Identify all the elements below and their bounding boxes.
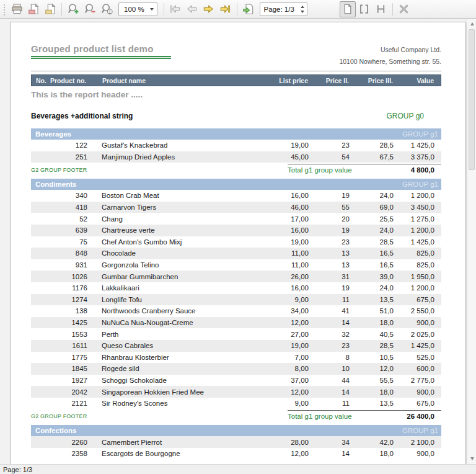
price3-cell: 40,5 (355, 331, 399, 338)
value-cell: 825,0 (399, 261, 441, 269)
company-block: Useful Company Ltd. 10100 Nowhere, Somet… (339, 44, 441, 68)
zoom-in-button[interactable] (65, 1, 81, 17)
first-page-button[interactable] (167, 1, 183, 17)
price2-cell: 11 (314, 296, 355, 303)
group-badge: GROUP g1 (402, 181, 438, 188)
save-report-button[interactable] (42, 1, 58, 17)
product-name-cell: Chang (102, 215, 262, 223)
price3-cell: 25,5 (355, 215, 399, 223)
preview-area: Grouped product list demo Useful Company… (0, 19, 476, 464)
product-name-cell: Carnarvon Tigers (102, 203, 262, 211)
zoom-original-button[interactable]: 1 (99, 1, 115, 17)
list-price-cell: 26,00 (262, 273, 314, 280)
group-total-block: Total g1 group value26 400,0 (288, 410, 441, 420)
price2-cell: 14 (314, 450, 355, 457)
price2-cell: 13 (314, 249, 355, 257)
scroll-up-button[interactable] (467, 19, 476, 29)
group-total-label: Total g1 group value (288, 166, 352, 174)
list-price-cell: 9,00 (262, 400, 314, 407)
toolbar-grip-handle[interactable] (2, 3, 6, 16)
last-page-button[interactable] (218, 1, 234, 17)
table-row: 138Northwoods Cranberry Sauce34,004151,0… (31, 305, 441, 317)
status-page-label: Page: 1/3 (3, 466, 32, 473)
price2-cell: 14 (314, 388, 355, 396)
zoom-select[interactable]: 100 % (118, 2, 157, 16)
print-button[interactable] (9, 1, 25, 17)
product-no-cell: 1553 (31, 331, 87, 338)
column-price2: Price II. (313, 77, 354, 84)
scroll-down-button[interactable] (467, 454, 476, 463)
list-price-cell: 19,00 (262, 141, 314, 149)
list-price-cell: 19,00 (262, 238, 314, 246)
table-row: 251Manjimup Dried Apples45,005467,53 375… (31, 151, 441, 163)
product-name-cell: Manjimup Dried Apples (102, 153, 262, 161)
group-header-band: CondimentsGROUP g1 (31, 179, 441, 190)
list-price-cell: 11,00 (262, 261, 314, 269)
table-row: 1176Lakkalikaari16,001924,01 200,0 (31, 282, 441, 294)
arrow-up-icon (470, 22, 474, 25)
value-cell: 1 425,0 (399, 342, 441, 349)
list-price-cell: 12,00 (262, 450, 314, 457)
table-row: 1611Queso Cabrales19,002328,51 425,0 (31, 340, 441, 352)
value-cell: 2 550,0 (399, 307, 441, 315)
group-header-band: BeveragesGROUP g1 (31, 128, 441, 140)
report-page-header: Grouped product list demo Useful Company… (31, 43, 441, 68)
product-no-cell: 1425 (31, 319, 87, 326)
product-no-cell: 848 (31, 249, 87, 257)
table-row: 1026Gumbar Gummibarchen26,003139,01 950,… (31, 271, 441, 282)
toolbar-separator (61, 3, 62, 16)
previous-page-button[interactable] (184, 1, 200, 17)
vertical-scrollbar[interactable] (467, 19, 476, 464)
facing-pages-view-button[interactable] (356, 1, 372, 17)
price3-cell: 13,5 (355, 400, 399, 407)
value-cell: 600,0 (399, 365, 441, 372)
product-name-cell: Chef Anton's Gumbo Mixj (102, 238, 262, 246)
price2-cell: 54 (314, 153, 355, 161)
product-no-cell: 1927 (31, 377, 87, 384)
value-cell: 1 950,0 (399, 273, 441, 280)
price3-cell: 28,5 (355, 141, 399, 149)
list-price-cell: 45,00 (262, 153, 314, 161)
export-pdf-button[interactable] (25, 1, 42, 17)
status-bar: Page: 1/3 (0, 464, 476, 474)
close-preview-button[interactable] (396, 1, 412, 17)
product-no-cell: 75 (31, 238, 87, 246)
table-row: 1775Rhanbrau Klosterbier7,00810,5525,0 (31, 352, 441, 364)
svg-text:1: 1 (108, 9, 111, 15)
column-no: No. (36, 77, 46, 84)
group-footer: G2 GROUP FOOTERTotal g1 group value4 800… (31, 164, 441, 176)
price2-cell: 41 (314, 307, 355, 315)
group-total-block: Total g1 group value4 800,0 (288, 164, 441, 174)
value-cell: 1 425,0 (399, 141, 441, 149)
table-row: 340Boston Crab Meat16,001924,01 200,0 (31, 190, 441, 202)
value-cell: 900,0 (399, 319, 441, 326)
product-no-cell: 931 (31, 261, 87, 269)
table-row: 639Chartreuse verte16,001924,01 200,0 (31, 225, 441, 236)
spinner-arrows-icon[interactable] (299, 6, 306, 13)
single-page-view-button[interactable] (340, 1, 356, 17)
goto-page-button[interactable] (240, 1, 257, 17)
group-footer-label: G2 GROUP FOOTER (31, 410, 87, 419)
page-spinbox[interactable]: Page: 1/3 (260, 2, 307, 16)
product-name-cell: Sir Rodney's Scones (102, 400, 262, 407)
fit-page-view-button[interactable] (373, 1, 389, 17)
group-header-band: ConfectionsGROUP g1 (31, 425, 441, 436)
scrollbar-thumb[interactable] (469, 29, 475, 170)
price3-cell: 24,0 (355, 226, 399, 234)
value-cell: 2 775,0 (399, 377, 441, 384)
table-row: 1927Schoggi Schokolade37,004455,52 775,0 (31, 375, 441, 387)
product-name-cell: Schoggi Schokolade (102, 377, 262, 384)
product-no-cell: 122 (31, 141, 87, 149)
price2-cell: 19 (314, 284, 355, 292)
company-name: Useful Company Ltd. (339, 44, 441, 56)
price2-cell: 13 (314, 261, 355, 269)
list-price-cell: 16,00 (262, 284, 314, 292)
list-price-cell: 34,00 (262, 307, 314, 315)
next-page-button[interactable] (201, 1, 217, 17)
group-sections: BeveragesGROUP g1122Gustaf's Knackebrad1… (31, 128, 441, 460)
product-name-cell: Rogede sild (102, 365, 262, 372)
group-total-label: Total g1 group value (288, 413, 352, 420)
goto-page-icon (242, 3, 254, 15)
price3-cell: 18,0 (355, 388, 399, 396)
zoom-out-button[interactable] (82, 1, 98, 17)
